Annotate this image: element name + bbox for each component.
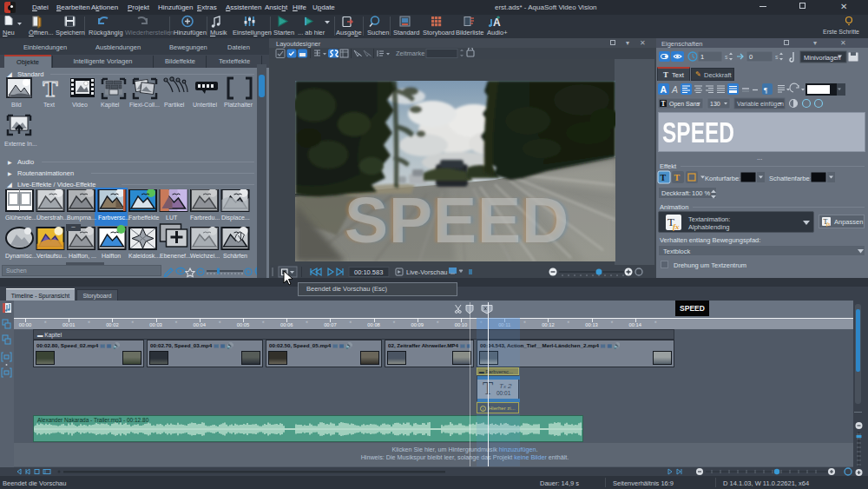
- svg-text:Minivorlagen: Minivorlagen: [804, 54, 841, 62]
- svg-text:s: s: [775, 54, 779, 60]
- svg-text:s: s: [725, 54, 728, 60]
- svg-text:Konturfarbe:: Konturfarbe:: [705, 175, 740, 182]
- svg-text:SPEED: SPEED: [345, 183, 569, 256]
- svg-text:fx: fx: [673, 222, 680, 231]
- svg-text:Schattenfarbe:: Schattenfarbe:: [769, 175, 812, 182]
- svg-text:T: T: [43, 76, 57, 102]
- svg-text:Zeitmarke: Zeitmarke: [396, 50, 424, 57]
- svg-text:A: A: [493, 17, 501, 29]
- svg-text:0: 0: [749, 53, 753, 61]
- svg-text:¶: ¶: [764, 86, 767, 95]
- svg-text:T: T: [674, 173, 681, 182]
- svg-text:T: T: [661, 100, 666, 108]
- svg-text:T: T: [661, 173, 667, 182]
- svg-text:Live-Vorschau: Live-Vorschau: [406, 268, 448, 276]
- svg-text:00:10.583: 00:10.583: [354, 268, 383, 276]
- svg-text:130: 130: [710, 101, 720, 107]
- svg-text:fx: fx: [826, 221, 831, 227]
- svg-text:A: A: [661, 84, 667, 95]
- svg-text:Variable einfügen: Variable einfügen: [737, 101, 784, 108]
- svg-text:A: A: [671, 84, 678, 95]
- svg-text:Open Sans: Open Sans: [669, 101, 700, 108]
- svg-text:1: 1: [700, 53, 704, 61]
